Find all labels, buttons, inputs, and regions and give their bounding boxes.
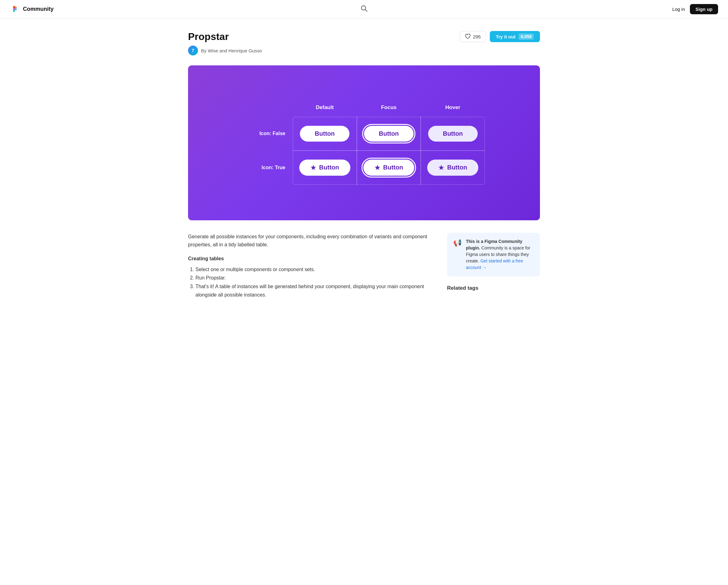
cell-true-hover: ★ Button xyxy=(421,151,485,185)
plugin-author: 7 By Wise and Henrique Gusso xyxy=(188,46,262,55)
button-false-default[interactable]: Button xyxy=(300,126,349,142)
button-true-focus[interactable]: ★ Button xyxy=(363,159,414,176)
col-header-hover: Hover xyxy=(421,101,485,117)
like-button[interactable]: 295 xyxy=(460,31,486,42)
cell-true-focus: ★ Button xyxy=(357,151,421,185)
button-false-focus[interactable]: Button xyxy=(364,126,414,142)
try-it-out-button[interactable]: Try it out 6,059 xyxy=(490,31,540,42)
star-icon: ★ xyxy=(310,164,316,171)
button-true-default[interactable]: ★ Button xyxy=(299,159,350,176)
star-icon: ★ xyxy=(438,164,444,171)
megaphone-icon: 📢 xyxy=(453,239,462,247)
col-header-focus: Focus xyxy=(357,101,421,117)
signup-button[interactable]: Sign up xyxy=(690,4,718,14)
site-title: Community xyxy=(23,6,54,12)
main-content: Propstar 7 By Wise and Henrique Gusso 29… xyxy=(178,19,550,311)
step-1: Select one or multiple components or com… xyxy=(196,265,432,274)
button-label: Button xyxy=(447,164,467,171)
heart-icon xyxy=(465,34,471,40)
author-name: By Wise and Henrique Gusso xyxy=(201,48,262,53)
button-label: Button xyxy=(319,164,339,171)
button-label: Button xyxy=(315,130,335,137)
try-count: 6,059 xyxy=(519,33,534,40)
cell-false-hover: Button xyxy=(421,117,485,151)
header: Community Log in Sign up xyxy=(0,0,728,19)
plugin-title: Propstar xyxy=(188,31,262,43)
step-2: Run Propstar. xyxy=(196,274,432,282)
button-label: Button xyxy=(443,130,463,137)
logo-area: Community xyxy=(10,4,54,14)
search-area xyxy=(359,3,369,15)
step-3: That's it! A table of instances will be … xyxy=(196,282,432,299)
search-icon xyxy=(361,5,367,12)
button-label: Button xyxy=(383,164,403,171)
steps-list: Select one or multiple components or com… xyxy=(188,265,432,299)
content-area: Generate all possible instances for your… xyxy=(188,233,540,299)
community-info-box: 📢 This is a Figma Community plugin. Comm… xyxy=(447,233,540,276)
button-true-hover[interactable]: ★ Button xyxy=(427,159,478,176)
row-label-icon-false: Icon: False xyxy=(243,117,293,151)
svg-line-1 xyxy=(365,9,367,11)
figma-logo-icon xyxy=(10,4,20,14)
related-tags: Related tags xyxy=(447,285,540,291)
cell-true-default: ★ Button xyxy=(293,151,357,185)
description: Generate all possible instances for your… xyxy=(188,233,432,299)
like-count: 295 xyxy=(473,34,481,40)
header-actions: Log in Sign up xyxy=(672,4,718,14)
try-label: Try it out xyxy=(496,34,516,40)
sidebar: 📢 This is a Figma Community plugin. Comm… xyxy=(447,233,540,299)
cell-false-default: Button xyxy=(293,117,357,151)
section-title: Creating tables xyxy=(188,256,432,261)
star-icon: ★ xyxy=(374,164,380,171)
preview-container: Default Focus Hover Icon: False Button B… xyxy=(188,66,540,220)
avatar: 7 xyxy=(188,46,198,55)
plugin-header: Propstar 7 By Wise and Henrique Gusso 29… xyxy=(188,31,540,55)
login-button[interactable]: Log in xyxy=(672,6,685,12)
search-button[interactable] xyxy=(359,3,369,15)
plugin-title-area: Propstar 7 By Wise and Henrique Gusso xyxy=(188,31,262,55)
prop-table: Default Focus Hover Icon: False Button B… xyxy=(243,101,485,185)
cell-false-focus: Button xyxy=(357,117,421,151)
related-tags-title: Related tags xyxy=(447,285,540,291)
button-label: Button xyxy=(379,130,399,137)
col-header-default: Default xyxy=(293,101,357,117)
community-info-text: This is a Figma Community plugin. Commun… xyxy=(466,238,534,271)
row-label-icon-true: Icon: True xyxy=(243,151,293,185)
plugin-actions: 295 Try it out 6,059 xyxy=(460,31,540,42)
button-false-hover[interactable]: Button xyxy=(428,126,478,142)
description-intro: Generate all possible instances for your… xyxy=(188,233,432,249)
